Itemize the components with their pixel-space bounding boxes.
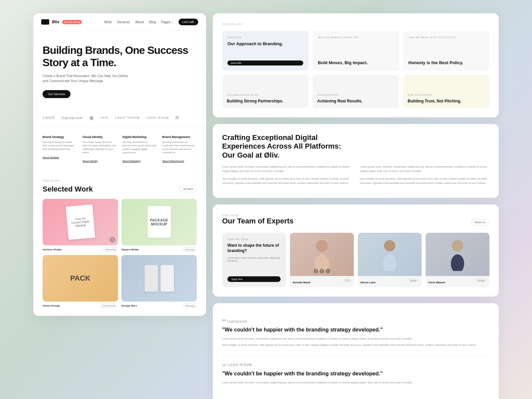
work-card-pink[interactable]: Free 3dCurved PaperMockup →: [43, 199, 118, 245]
work-card-green[interactable]: PACKAGEMOCKUP: [121, 199, 197, 245]
service-card-strategy: Brand Strategy We help businesses define…: [43, 135, 77, 163]
nav-pages[interactable]: Pages ↓: [161, 20, 173, 24]
testimonial-item-2: LOGO·IPSUM "We couldn't be happier with …: [222, 356, 489, 394]
testimonial-logo-icon-1: [222, 319, 226, 323]
member-photo-devon: [358, 233, 422, 276]
work-card-tag: Marketing: [103, 247, 118, 252]
service-link-identity[interactable]: About Identity: [82, 160, 98, 163]
member-social-links: f t i: [314, 269, 330, 273]
testimonial-quote-2: "We couldn't be happier with the brandin…: [222, 370, 489, 377]
right-panel: OUR VALUES SERVICES Our Approach to Bran…: [213, 13, 499, 399]
team-join-card: JOIN THE TEAM Want to shape the future o…: [222, 233, 286, 287]
service-link-marketing[interactable]: About Marketing: [122, 160, 141, 163]
work-card-name: Square Media: [121, 248, 139, 251]
hero-subtitle: Create a Brand That Resonates. We Can He…: [43, 73, 129, 83]
work-card-orange[interactable]: PACK: [43, 255, 118, 302]
team-join-label: JOIN THE TEAM: [227, 238, 281, 240]
digital-content: Lorem ipsum dolor sit amet, consectetur …: [222, 165, 489, 189]
member-role-annette: CTO: [342, 279, 351, 282]
member-info-devon: Devon Lane Design: [358, 276, 422, 287]
logo-item: ∾∾: [100, 115, 108, 120]
member-avatar-annette: [312, 238, 332, 271]
value-title-results: Achieving Real Results.: [317, 99, 394, 103]
value-card-btn[interactable]: About Øliv: [227, 61, 303, 66]
svg-point-2: [384, 240, 395, 251]
nav-cta-button[interactable]: Let's talk: [179, 19, 198, 25]
testimonials-section: logolpsum "We couldn't be happier with t…: [213, 303, 499, 399]
member-avatar-devon: [380, 238, 400, 271]
team-header-left: OUR TEAM Our Team of Experts: [222, 214, 294, 231]
testimonial-item-1: logolpsum "We couldn't be happier with t…: [222, 313, 489, 356]
social-dot-tw[interactable]: t: [320, 269, 324, 273]
nav-about[interactable]: About: [135, 20, 144, 24]
work-section: OUR WORK Selected Work All Work Free 3dC…: [33, 171, 206, 316]
value-card-approach: SERVICES Our Approach to Branding. About…: [222, 31, 309, 71]
value-card-results: OUR APPROACH Achieving Real Results.: [313, 75, 399, 108]
member-info-annette: Annette Black CTO: [290, 276, 354, 287]
member-avatar-chris: [448, 238, 467, 271]
values-label: OUR VALUES: [222, 23, 489, 26]
member-role-devon: Design: [408, 279, 419, 282]
team-title: Our Team of Experts: [222, 217, 294, 225]
work-label: OUR WORK: [43, 179, 197, 182]
value-label-how: HOW WE WORK WITH OUR CLIENTS: [408, 36, 484, 39]
social-dot-ig[interactable]: i: [326, 269, 330, 273]
testimonial-logo-1: logolpsum: [222, 319, 489, 323]
logo-item: LOGO·IPSUM: [146, 116, 169, 119]
logo-text: Øliv: [52, 20, 60, 24]
nav-blog[interactable]: Blog: [149, 20, 156, 24]
work-title: Selected Work: [43, 185, 93, 194]
team-join-text: Lorem ipsum dolor sit amet, consectetur …: [227, 256, 281, 263]
hero-cta-button[interactable]: Our Services: [43, 90, 70, 98]
svg-rect-6: [222, 320, 224, 321]
work-card-bluegray[interactable]: [121, 255, 197, 302]
nav-badge: We are hiring: [62, 20, 82, 24]
testimonial-quote-1: "We couldn't be happier with the brandin…: [222, 327, 489, 333]
member-name-devon: Devon Lane: [360, 281, 375, 284]
value-card-honesty: HOW WE WORK WITH OUR CLIENTS Honesty is …: [403, 31, 489, 71]
left-panel: Øliv We are hiring Work Services About B…: [33, 13, 206, 316]
work-card-image-invision: Free 3dCurved PaperMockup: [66, 204, 95, 240]
work-card-name: Design Bors: [121, 304, 137, 307]
testimonial-text-1: Lorem ipsum dolor sit amet, consectetur …: [222, 337, 489, 347]
work-card-name: Vision Design: [43, 304, 60, 307]
member-info-chris: Chris Watson Design: [426, 276, 489, 287]
logo-item: LOGO™IPSUM: [115, 116, 140, 119]
work-card-footer: Vision Design Social Media: [43, 304, 118, 308]
digital-text-p1: Lorem ipsum dolor sit amet, consectetur …: [222, 165, 352, 174]
team-about-button[interactable]: About Us: [471, 219, 489, 225]
testimonial-para-3: Lorem ipsum dolor sit amet, consectetur …: [222, 381, 489, 385]
values-grid-row2: COLLABORATION IS KEY Building Strong Par…: [222, 75, 489, 108]
work-card-tag: Branding: [183, 304, 197, 308]
team-member-devon: Devon Lane Design: [358, 233, 422, 287]
value-label-services: SERVICES: [227, 36, 303, 39]
team-member-annette: f t i Annette Black CTO: [290, 233, 354, 287]
value-card-label: SERVICES Our Approach to Branding.: [227, 36, 303, 47]
services-section: Brand Strategy We help businesses define…: [33, 127, 206, 171]
service-card-identity: Visual Identity We create visual element…: [82, 135, 117, 163]
service-title: Brand Strategy: [43, 135, 77, 139]
nav-services[interactable]: Services: [117, 20, 130, 24]
service-title: Visual Identity: [82, 135, 117, 139]
service-link-management[interactable]: About Management: [162, 160, 184, 163]
work-item-design: Design Bors Branding: [121, 255, 197, 308]
nav-work[interactable]: Work: [104, 20, 112, 24]
digital-title: Crafting Exceptional Digital Experiences…: [222, 133, 355, 160]
social-dot-fb[interactable]: f: [314, 269, 318, 273]
team-apply-button[interactable]: Apply Now: [227, 276, 281, 282]
work-grid: Free 3dCurved PaperMockup → Invision Stu…: [43, 199, 197, 308]
service-desc: We help businesses to promote their bran…: [122, 141, 157, 155]
service-link-strategy[interactable]: About Strategy: [43, 156, 59, 159]
hero-section: Building Brands, One Success Story at a …: [33, 31, 206, 108]
testimonial-logo-text-2: LOGO·IPSUM: [227, 363, 252, 367]
hero-title: Building Brands, One Success Story at a …: [43, 44, 197, 69]
testimonial-logo-2: LOGO·IPSUM: [222, 363, 489, 367]
service-card-management: Brand Management We help businesses to i…: [162, 135, 197, 163]
value-label-collab: COLLABORATION IS KEY: [227, 94, 304, 96]
work-card-footer: Invision Studio Marketing: [43, 247, 118, 252]
team-label: OUR TEAM: [222, 214, 294, 217]
digital-text-p3: Lorem ipsum dolor sit amet, consectetur …: [360, 165, 489, 174]
logo-item: LOGO: [43, 116, 55, 120]
work-all-button[interactable]: All Work: [180, 186, 197, 192]
testimonial-logo-text-1: logolpsum: [227, 320, 247, 323]
